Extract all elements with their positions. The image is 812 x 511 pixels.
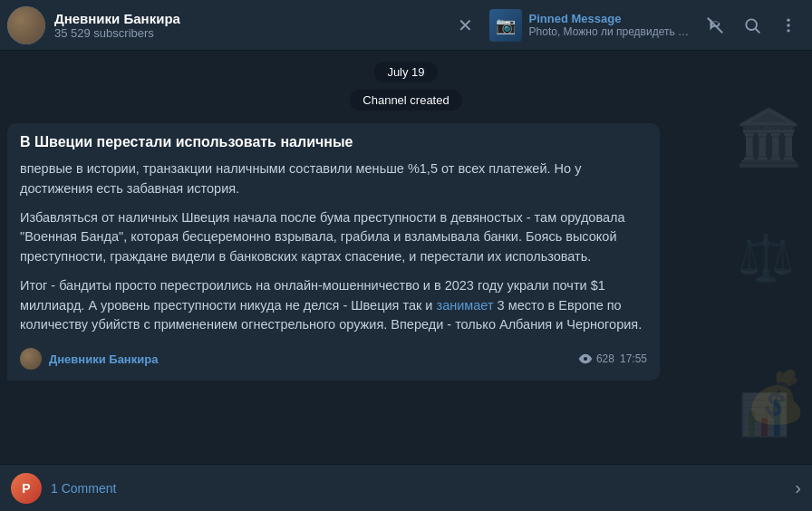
channel-avatar[interactable] bbox=[7, 6, 45, 44]
svg-point-4 bbox=[787, 24, 789, 26]
svg-point-6 bbox=[584, 357, 587, 361]
message-author: Дневники Банкира bbox=[20, 348, 158, 370]
pinned-message-bar[interactable]: 📷 Pinned Message Photo, Можно ли предвид… bbox=[480, 4, 698, 47]
header: Дневники Банкира 35 529 subscribers ✕ 📷 … bbox=[0, 0, 812, 51]
comment-chevron-icon[interactable]: › bbox=[795, 477, 801, 498]
header-left: Дневники Банкира 35 529 subscribers bbox=[7, 6, 450, 44]
comment-bar[interactable]: P 1 Comment › bbox=[0, 464, 812, 511]
svg-point-3 bbox=[787, 18, 789, 21]
svg-line-2 bbox=[756, 28, 760, 33]
message-meta: 628 17:55 bbox=[578, 352, 647, 366]
channel-created-label: Channel created bbox=[350, 90, 461, 111]
message-bubble: В Швеции перестали использовать наличные… bbox=[7, 123, 660, 381]
message-paragraph-2: Избавляться от наличных Швеция начала по… bbox=[20, 208, 647, 267]
message-footer: Дневники Банкира 628 17:55 bbox=[20, 344, 647, 370]
mute-button[interactable] bbox=[698, 8, 732, 43]
chat-area: 🏛️ ⚖️ 💰 📊 July 19 Channel created В Швец… bbox=[0, 51, 812, 511]
message-paragraph-3: Итог - бандиты просто перестроились на о… bbox=[20, 276, 647, 335]
more-options-button[interactable] bbox=[772, 9, 805, 42]
views-icon bbox=[578, 352, 593, 366]
pinned-info: Pinned Message Photo, Можно ли предвидет… bbox=[529, 12, 689, 38]
svg-point-5 bbox=[787, 29, 789, 32]
view-count-value: 628 bbox=[596, 352, 614, 365]
channel-info: Дневники Банкира 35 529 subscribers bbox=[54, 11, 180, 40]
date-separator: July 19 bbox=[0, 51, 812, 86]
author-name[interactable]: Дневники Банкира bbox=[49, 352, 158, 366]
svg-point-1 bbox=[746, 19, 757, 30]
commenter-avatar: P bbox=[11, 473, 42, 504]
date-label: July 19 bbox=[374, 62, 437, 82]
svg-line-0 bbox=[708, 17, 723, 33]
pinned-text: Photo, Можно ли предвидеть … bbox=[529, 25, 689, 38]
close-button[interactable]: ✕ bbox=[450, 7, 480, 43]
author-avatar bbox=[20, 348, 42, 370]
pinned-thumbnail: 📷 bbox=[489, 9, 522, 42]
channel-name: Дневники Банкира bbox=[54, 11, 180, 26]
message-link[interactable]: занимает bbox=[437, 298, 494, 313]
channel-created-banner: Channel created bbox=[0, 86, 812, 120]
message-title: В Швеции перестали использовать наличные bbox=[20, 134, 647, 150]
header-icons bbox=[698, 8, 805, 43]
pinned-label: Pinned Message bbox=[529, 12, 689, 25]
view-count: 628 bbox=[578, 352, 614, 366]
subscriber-count: 35 529 subscribers bbox=[54, 26, 180, 40]
search-button[interactable] bbox=[736, 9, 768, 42]
comment-count[interactable]: 1 Comment bbox=[51, 481, 786, 496]
message-paragraph-1: впервые в истории, транзакции наличными … bbox=[20, 159, 647, 199]
message-time: 17:55 bbox=[620, 352, 647, 365]
